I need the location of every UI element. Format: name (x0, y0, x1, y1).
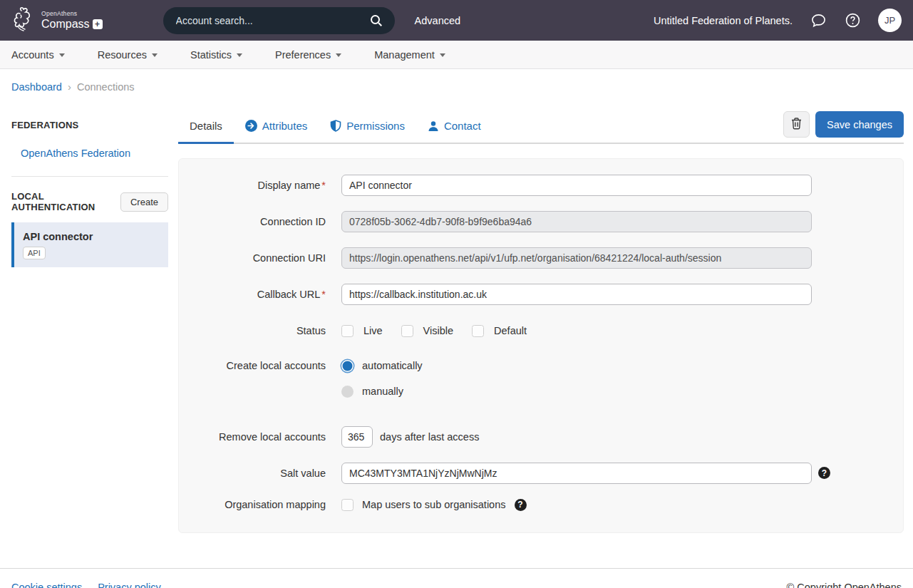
connection-name: API connector (23, 231, 161, 242)
trash-icon (790, 117, 803, 132)
visible-checkbox-label: Visible (423, 325, 453, 336)
tab-contact[interactable]: Contact (416, 111, 492, 144)
app-header: OpenAthens Compass + Advanced Untitled F… (0, 0, 913, 41)
copyright-text: © Copyright OpenAthens (787, 582, 902, 588)
brand-logo[interactable]: OpenAthens Compass + (11, 5, 103, 36)
main-nav: Accounts Resources Statistics Preference… (0, 41, 913, 69)
nav-item-accounts[interactable]: Accounts (11, 49, 65, 61)
org-mapping-help-icon[interactable]: ? (515, 499, 527, 511)
salt-help-icon[interactable]: ? (818, 467, 830, 479)
arrow-right-circle-icon (245, 120, 257, 132)
salt-value-field[interactable] (341, 463, 812, 484)
details-form: Display name* Connection ID Connection U… (178, 158, 904, 533)
breadcrumb: Dashboard › Connections (0, 69, 913, 103)
status-label: Status (200, 325, 326, 336)
required-asterisk: * (321, 289, 326, 300)
manually-radio-label: manually (362, 386, 403, 397)
brand-text: OpenAthens Compass + (41, 11, 103, 30)
callback-url-label: Callback URL* (200, 289, 326, 300)
plus-badge-icon: + (93, 19, 103, 29)
automatically-radio[interactable] (341, 360, 354, 372)
visible-checkbox[interactable] (401, 325, 413, 337)
local-authentication-heading: LOCAL AUTHENTICATION (11, 191, 120, 212)
remove-local-accounts-row: Remove local accounts days after last ac… (200, 426, 882, 448)
display-name-label: Display name* (200, 180, 326, 191)
brand-openathens-label: OpenAthens (41, 11, 103, 17)
organisation-mapping-row: Organisation mapping Map users to sub or… (200, 499, 882, 511)
shield-icon (330, 120, 341, 132)
callback-url-field[interactable] (341, 284, 812, 305)
search-icon[interactable] (368, 12, 385, 29)
delete-connection-button[interactable] (783, 111, 810, 138)
breadcrumb-dashboard-link[interactable]: Dashboard (11, 81, 62, 93)
breadcrumb-separator: › (68, 81, 71, 93)
sidebar-item-openathens-federation[interactable]: OpenAthens Federation (21, 148, 168, 159)
org-mapping-checkbox-label: Map users to sub organisations (362, 499, 506, 510)
privacy-policy-link[interactable]: Privacy policy (98, 582, 161, 588)
live-checkbox[interactable] (341, 325, 354, 337)
sidebar-divider (11, 176, 168, 177)
create-local-accounts-row: Create local accounts automatically manu… (200, 360, 882, 398)
page-footer: Cookie settings Privacy policy © Copyrig… (0, 568, 913, 588)
chevron-down-icon (237, 53, 242, 57)
connection-uri-row: Connection URI (200, 247, 882, 269)
brand-compass-label: Compass (41, 19, 90, 30)
salt-value-label: Salt value (200, 468, 326, 479)
federations-heading: FEDERATIONS (11, 120, 168, 130)
chevron-down-icon (440, 53, 445, 57)
callback-url-row: Callback URL* (200, 284, 882, 305)
user-avatar[interactable]: JP (878, 9, 902, 32)
chevron-down-icon (59, 53, 65, 57)
create-connection-button[interactable]: Create (120, 192, 168, 212)
cookie-settings-link[interactable]: Cookie settings (11, 582, 82, 588)
automatically-radio-label: automatically (362, 360, 423, 371)
connection-uri-field (341, 247, 812, 269)
advanced-search-link[interactable]: Advanced (415, 15, 461, 26)
connection-id-row: Connection ID (200, 211, 882, 232)
connection-id-label: Connection ID (200, 216, 326, 227)
person-icon (428, 120, 439, 132)
create-local-accounts-label: Create local accounts (200, 360, 326, 371)
chevron-down-icon (336, 53, 341, 57)
connection-type-badge: API (23, 247, 46, 259)
remove-days-suffix: days after last access (380, 431, 479, 443)
org-mapping-checkbox[interactable] (341, 499, 354, 511)
breadcrumb-current: Connections (77, 81, 135, 93)
default-checkbox-label: Default (494, 325, 527, 336)
nav-item-statistics[interactable]: Statistics (190, 49, 242, 61)
display-name-row: Display name* (200, 175, 882, 196)
chat-icon[interactable] (810, 12, 827, 29)
chevron-down-icon (152, 53, 158, 57)
nav-item-resources[interactable]: Resources (98, 49, 158, 61)
sidebar: FEDERATIONS OpenAthens Federation LOCAL … (0, 103, 178, 267)
live-checkbox-label: Live (363, 325, 383, 336)
main-panel: Details Attributes Permissions (178, 103, 913, 533)
help-icon[interactable] (844, 12, 861, 29)
sidebar-item-api-connector[interactable]: API connector API (11, 222, 168, 267)
salt-value-row: Salt value ? (200, 463, 882, 484)
status-row: Status Live Visible Default (200, 325, 882, 337)
openathens-owl-icon (11, 5, 36, 36)
required-asterisk: * (321, 180, 326, 191)
account-search-box[interactable] (163, 7, 395, 34)
display-name-field[interactable] (341, 175, 812, 196)
remove-local-accounts-label: Remove local accounts (200, 431, 326, 443)
account-search-input[interactable] (176, 15, 368, 26)
tab-details[interactable]: Details (178, 111, 234, 144)
nav-item-preferences[interactable]: Preferences (275, 49, 341, 61)
tab-permissions[interactable]: Permissions (319, 111, 416, 144)
manually-radio[interactable] (341, 386, 354, 398)
default-checkbox[interactable] (472, 325, 484, 337)
save-changes-button[interactable]: Save changes (815, 111, 904, 138)
tab-attributes[interactable]: Attributes (234, 111, 319, 144)
connection-uri-label: Connection URI (200, 252, 326, 264)
organisation-name: Untitled Federation of Planets. (654, 15, 793, 26)
remove-days-field[interactable] (341, 426, 373, 448)
organisation-mapping-label: Organisation mapping (200, 499, 326, 510)
nav-item-management[interactable]: Management (374, 49, 445, 61)
connection-id-field (341, 211, 812, 232)
